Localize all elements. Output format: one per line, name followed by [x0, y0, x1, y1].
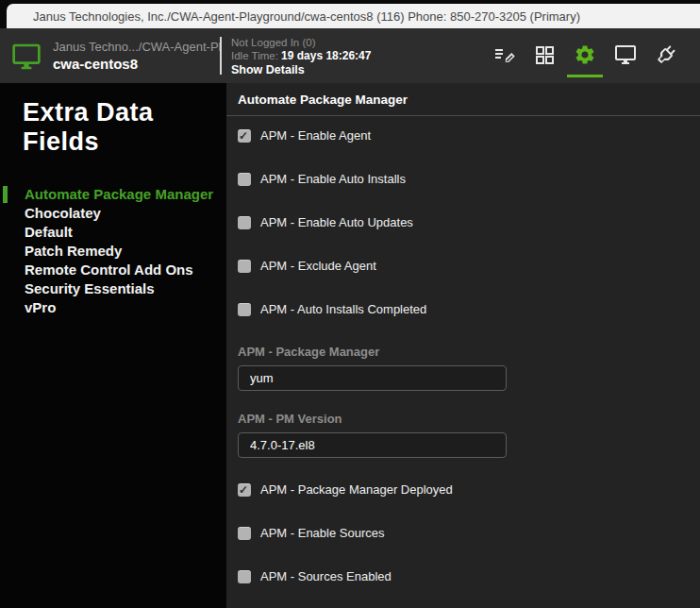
connect-button[interactable] [653, 42, 679, 69]
checkbox-label: APM - Enable Auto Installs [260, 172, 406, 186]
checkbox-apm-enable-sources[interactable] [238, 527, 251, 540]
sidebar-item-automate-package-manager[interactable]: Automate Package Manager [25, 185, 226, 204]
computer-monitor-icon [11, 42, 42, 70]
checkbox-apm-auto-installs-completed[interactable] [238, 303, 251, 316]
grid-button[interactable] [531, 42, 558, 69]
checkbox-apm-sources-enabled[interactable] [238, 570, 251, 583]
input-apm-package-manager[interactable] [238, 365, 507, 391]
monitor-icon [614, 43, 637, 69]
sidebar-item-security-essentials[interactable]: Security Essentials [25, 279, 226, 298]
checkbox-label: APM - Enable Agent [260, 128, 371, 143]
field-group-apm-package-manager: APM - Package Manager [238, 345, 700, 391]
checkbox-label: APM - Exclude Agent [260, 259, 376, 273]
show-details-link[interactable]: Show Details [231, 63, 491, 76]
input-apm-pm-version[interactable] [238, 432, 507, 458]
field-group-apm-pm-version: APM - PM Version [238, 412, 700, 458]
sidebar-item-remote-control-add-ons[interactable]: Remote Control Add Ons [25, 261, 226, 279]
checkbox-apm-package-manager-deployed[interactable] [238, 483, 251, 497]
header-divider [220, 37, 222, 75]
field-label: APM - PM Version [238, 412, 700, 426]
sidebar-item-patch-remedy[interactable]: Patch Remedy [25, 242, 226, 261]
checkbox-label: APM - Package Manager Deployed [260, 482, 453, 497]
remote-screen-button[interactable] [612, 42, 639, 69]
field-row-apm-sources-enabled: APM - Sources Enabled [238, 569, 700, 583]
section-divider [226, 115, 700, 116]
main-panel: Automate Package Manager APM - Enable Ag… [226, 83, 700, 608]
sidebar-item-default[interactable]: Default [25, 223, 226, 242]
field-row-apm-enable-agent: APM - Enable Agent [238, 128, 700, 143]
agent-status: Not Logged In (0) Idle Time: 19 days 18:… [231, 36, 491, 76]
field-label: APM - Package Manager [238, 345, 700, 359]
field-row-apm-enable-auto-updates: APM - Enable Auto Updates [238, 215, 700, 229]
agent-id-text: Janus Techno.../CWA-Agent-Pl... cwa-cent… [53, 40, 220, 72]
sidebar-item-chocolatey[interactable]: Chocolatey [25, 204, 226, 223]
breadcrumb[interactable]: Janus Techno.../CWA-Agent-Pl... [53, 40, 220, 54]
logged-in-status: Not Logged In (0) [231, 36, 491, 49]
idle-time: Idle Time: 19 days 18:26:47 [231, 49, 491, 62]
sidebar-item-vpro[interactable]: vPro [25, 298, 226, 317]
field-row-apm-package-manager-deployed: APM - Package Manager Deployed [238, 482, 700, 497]
settings-button[interactable] [572, 42, 598, 69]
checkbox-label: APM - Enable Sources [260, 526, 385, 540]
edit-form-button[interactable] [491, 42, 517, 69]
field-row-apm-exclude-agent: APM - Exclude Agent [238, 259, 700, 273]
field-row-apm-enable-sources: APM - Enable Sources [238, 526, 700, 540]
checkbox-apm-enable-auto-updates[interactable] [238, 216, 251, 229]
sidebar-item-list: Automate Package ManagerChocolateyDefaul… [0, 185, 226, 317]
field-row-apm-enable-auto-installs: APM - Enable Auto Installs [238, 172, 700, 186]
checkbox-label: APM - Sources Enabled [260, 569, 392, 583]
plug-icon [655, 43, 677, 69]
header-toolbar [491, 42, 700, 69]
grid-icon [533, 43, 556, 69]
idle-time-value: 19 days 18:26:47 [281, 49, 371, 62]
agent-header-bar: Janus Techno.../CWA-Agent-Pl... cwa-cent… [0, 28, 700, 83]
field-row-apm-auto-installs-completed: APM - Auto Installs Completed [238, 302, 700, 316]
checkbox-apm-enable-auto-installs[interactable] [238, 173, 251, 186]
window-title: Janus Technologies, Inc./CWA-Agent-Playg… [7, 9, 580, 24]
sidebar-heading: Extra Data Fields [0, 83, 226, 157]
computer-name: cwa-centos8 [53, 56, 220, 72]
content-area: Extra Data Fields Automate Package Manag… [0, 83, 700, 608]
checkbox-apm-enable-agent[interactable] [238, 129, 251, 143]
field-list: APM - Enable AgentAPM - Enable Auto Inst… [226, 128, 700, 608]
edit-form-icon [492, 43, 515, 69]
checkbox-label: APM - Auto Installs Completed [260, 302, 426, 316]
idle-time-label: Idle Time: [231, 50, 281, 61]
checkbox-label: APM - Enable Auto Updates [260, 215, 413, 229]
agent-identity: Janus Techno.../CWA-Agent-Pl... cwa-cent… [0, 40, 220, 72]
gear-icon [574, 43, 596, 69]
section-heading: Automate Package Manager [226, 83, 700, 107]
sidebar: Extra Data Fields Automate Package Manag… [0, 83, 226, 608]
checkbox-apm-exclude-agent[interactable] [238, 260, 251, 273]
window-title-bar: Janus Technologies, Inc./CWA-Agent-Playg… [7, 4, 700, 28]
